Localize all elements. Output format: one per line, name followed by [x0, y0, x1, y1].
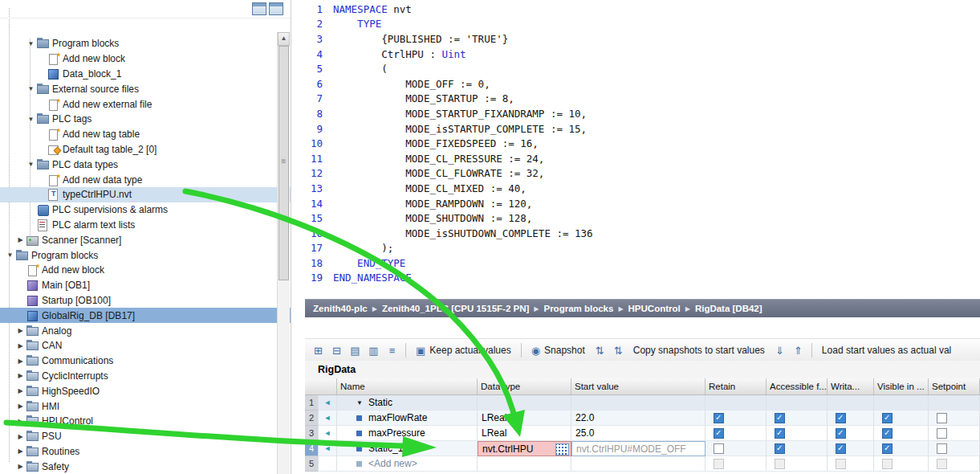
accessible-cell[interactable] [767, 456, 828, 472]
setpoint-checkbox[interactable] [937, 413, 947, 423]
start-value-cell[interactable]: 22.0 [571, 411, 706, 426]
panel-splitter[interactable] [291, 0, 305, 474]
accessible-checkbox[interactable] [775, 428, 785, 439]
scroll-up-icon[interactable]: ▲ [278, 32, 290, 46]
start-value-cell[interactable] [571, 456, 706, 472]
tree-item-add-new-tag-table[interactable]: Add new tag table [0, 127, 291, 142]
name-cell[interactable]: <Add new> [337, 456, 478, 472]
accessible-cell[interactable] [767, 426, 828, 441]
accessible-cell[interactable] [767, 395, 828, 411]
tree-item-plc-supervisions-alarms[interactable]: PLC supervisions & alarms [0, 202, 291, 218]
expander-expanded-icon[interactable]: ▼ [26, 116, 36, 123]
table-row-maxpressure[interactable]: 3◄maxPressureLReal25.0 [305, 426, 980, 441]
column-header-start-value[interactable]: Start value [571, 378, 706, 394]
snapshot-button[interactable]: ◉Snapshot [527, 342, 590, 358]
visible-cell[interactable] [874, 411, 929, 426]
column-header-rownum[interactable] [305, 378, 337, 394]
start-value-cell[interactable] [571, 395, 706, 411]
expander-collapsed-icon[interactable]: ▶ [15, 327, 26, 334]
copy-start-to-snapshot-icon-button[interactable]: ⇅ [610, 342, 627, 358]
name-cell[interactable]: maxPressure [337, 426, 478, 441]
table-row-static[interactable]: 1◄▼Static [305, 395, 980, 411]
column-header-setpoint[interactable]: Setpoint [929, 378, 980, 394]
retain-cell[interactable] [706, 395, 767, 411]
column-header-name[interactable]: Name [337, 378, 478, 394]
retain-checkbox[interactable] [714, 443, 724, 454]
expander-collapsed-icon[interactable]: ▶ [15, 463, 26, 470]
data-type-cell[interactable]: LReal [478, 426, 571, 441]
table-row-maxflowrate[interactable]: 2◄maxFlowRateLReal22.0 [305, 411, 980, 426]
visible-cell[interactable] [874, 441, 929, 456]
accessible-cell[interactable] [767, 441, 828, 456]
tree-item-data-block-1[interactable]: Data_block_1 [0, 67, 291, 82]
tree-item-hpucontrol[interactable]: ▶HPUControl [0, 414, 291, 429]
writable-cell[interactable] [828, 441, 874, 456]
expander-collapsed-icon[interactable]: ▶ [15, 387, 26, 394]
add-row-button[interactable]: ⊟ [328, 342, 345, 358]
upload-db-button[interactable]: ⇑ [790, 342, 807, 358]
setpoint-cell[interactable] [929, 441, 980, 456]
row-number[interactable]: 5 [305, 456, 319, 472]
update-interface-button[interactable]: ▥ [365, 342, 382, 358]
data-type-cell[interactable]: LReal [478, 411, 571, 426]
scrollbar-thumb[interactable] [279, 46, 289, 280]
tree-item-add-new-block[interactable]: Add new block [0, 263, 291, 278]
writable-checkbox[interactable] [836, 443, 846, 454]
expander-collapsed-icon[interactable]: ▶ [15, 342, 26, 349]
tree-item-external-source-files[interactable]: ▼External source files [0, 81, 291, 96]
tree-item-plc-tags[interactable]: ▼PLC tags [0, 112, 291, 127]
copy-snapshot-to-start-icon-button[interactable]: ⇅ [592, 342, 608, 358]
accessible-cell[interactable] [767, 411, 828, 426]
copy-snapshots-to-start-values-button[interactable]: Copy snapshots to start values [628, 342, 770, 358]
tree-item-plc-data-types[interactable]: ▼PLC data types [0, 157, 291, 172]
visible-checkbox[interactable] [882, 443, 893, 454]
row-number[interactable]: 1 [305, 395, 319, 411]
expander-collapsed-icon[interactable]: ▶ [15, 236, 26, 243]
writable-cell[interactable] [828, 426, 874, 441]
accessible-checkbox[interactable] [775, 413, 785, 423]
retain-checkbox[interactable] [714, 428, 724, 439]
table-row-add-new[interactable]: 5<Add new> [305, 456, 980, 472]
expander-collapsed-icon[interactable]: ▶ [15, 433, 26, 440]
column-header-writa[interactable]: Writa... [828, 378, 874, 394]
tree-item-add-new-external-file[interactable]: Add new external file [0, 96, 291, 112]
retain-cell[interactable] [706, 456, 767, 472]
expander-expanded-icon[interactable]: ▼ [5, 251, 15, 259]
tree-item-communications[interactable]: ▶Communications [0, 353, 291, 369]
tree-item-startup-ob100[interactable]: Startup [OB100] [0, 293, 291, 309]
retain-cell[interactable] [706, 441, 767, 456]
code-editor[interactable]: 1NAMESPACE nvt2 TYPE3 {PUBLISHED := 'TRU… [305, 0, 980, 300]
setpoint-checkbox[interactable] [937, 443, 947, 454]
name-cell[interactable]: ▼Static [337, 395, 478, 411]
data-type-cell[interactable]: nvt.CtrlHPU [478, 441, 571, 456]
column-header-accessible-f[interactable]: Accessible f... [767, 378, 828, 394]
data-type-cell[interactable] [478, 456, 571, 472]
data-type-cell[interactable] [478, 395, 571, 411]
tree-item-default-tag-table-2-0[interactable]: Default tag table_2 [0] [0, 142, 291, 157]
accessible-checkbox[interactable] [775, 443, 785, 454]
writable-cell[interactable] [828, 411, 874, 426]
expander-collapsed-icon[interactable]: ▶ [15, 402, 26, 410]
tree-item-highspeedio[interactable]: ▶HighSpeedIO [0, 383, 291, 398]
insert-row-button[interactable]: ⊞ [310, 342, 327, 358]
setpoint-checkbox[interactable] [937, 428, 947, 439]
tree-item-analog[interactable]: ▶Analog [0, 323, 291, 338]
visible-checkbox[interactable] [882, 428, 893, 439]
visible-checkbox[interactable] [882, 413, 893, 423]
visible-cell[interactable] [874, 456, 929, 472]
browse-data-type-button[interactable] [555, 443, 569, 456]
tree-item-psu[interactable]: ▶PSU [0, 429, 291, 444]
writable-cell[interactable] [828, 456, 874, 472]
table-row-static-1[interactable]: 4◄Static_1nvt.CtrlHPUnvt.CtrlHPU#MODE_OF… [305, 441, 980, 456]
setpoint-cell[interactable] [929, 426, 980, 441]
visible-cell[interactable] [874, 395, 929, 411]
tree-item-safety[interactable]: ▶Safety [0, 459, 291, 474]
breadcrumb-item-program-blocks[interactable]: Program blocks [543, 304, 613, 313]
tree-item-can[interactable]: ▶CAN [0, 338, 291, 353]
tree-item-plc-alarm-text-lists[interactable]: PLC alarm text lists [0, 218, 291, 233]
tree-item-scanner-scanner[interactable]: ▶Scanner [Scanner] [0, 232, 291, 247]
tree-item-program-blocks[interactable]: ▼Program blocks [0, 247, 291, 263]
tree-item-main-ob1[interactable]: Main [OB1] [0, 278, 291, 293]
row-number[interactable]: 2 [305, 411, 319, 426]
visible-cell[interactable] [874, 426, 929, 441]
